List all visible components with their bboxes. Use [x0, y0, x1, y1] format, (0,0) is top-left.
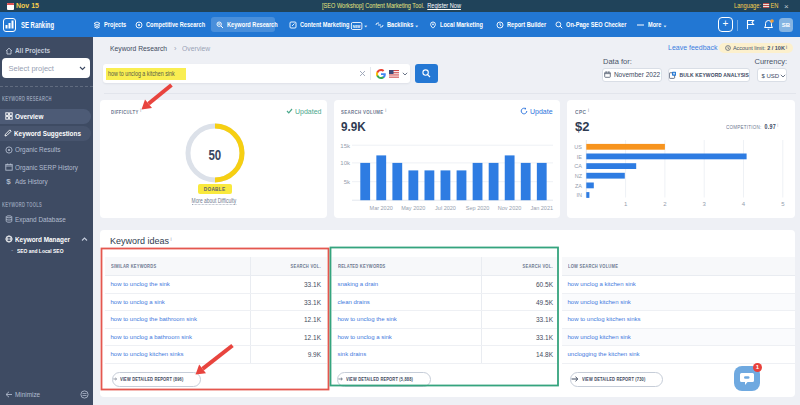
- svg-text:US: US: [574, 144, 582, 150]
- svg-text:Mar 2020: Mar 2020: [370, 205, 393, 211]
- svg-text:5k: 5k: [344, 179, 351, 185]
- svg-text:CA: CA: [574, 163, 582, 169]
- svg-text:IN: IN: [577, 192, 583, 198]
- svg-text:15k: 15k: [340, 142, 351, 148]
- svg-text:May 2020: May 2020: [401, 205, 425, 211]
- svg-text:10k: 10k: [340, 160, 351, 166]
- svg-text:NZ: NZ: [575, 172, 583, 178]
- svg-text:o: o: [218, 22, 220, 26]
- svg-text:3: 3: [703, 201, 707, 207]
- svg-text:1: 1: [624, 201, 628, 207]
- svg-text:Jan 2021: Jan 2021: [530, 205, 553, 211]
- svg-text:5: 5: [781, 201, 785, 207]
- svg-text:ZA: ZA: [575, 182, 582, 188]
- svg-text:Sep 2020: Sep 2020: [466, 205, 490, 211]
- svg-text:IE: IE: [577, 153, 583, 159]
- svg-text:Jul 2020: Jul 2020: [435, 205, 456, 211]
- svg-text:Nov 2020: Nov 2020: [498, 205, 522, 211]
- svg-text:2: 2: [663, 201, 667, 207]
- svg-text:4: 4: [742, 201, 746, 207]
